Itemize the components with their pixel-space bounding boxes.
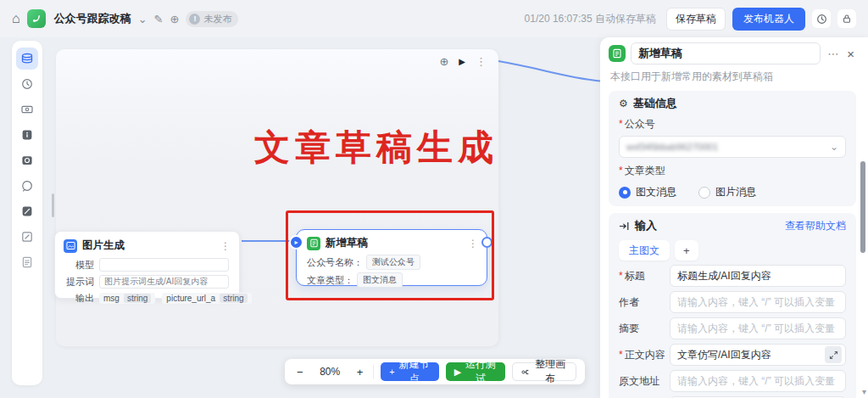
file-lines-icon xyxy=(20,255,34,269)
panel-header: 新增草稿 ⋯ × xyxy=(609,42,856,64)
group-header-actions: ⊕ ▶ ⋮ xyxy=(439,56,487,67)
node-name-input[interactable]: 新增草稿 xyxy=(631,42,821,64)
model-label: 模型 xyxy=(64,259,94,272)
app-logo-icon xyxy=(27,9,46,28)
top-header: ⌂ 公众号跟踪改稿 ⌄ ✎ ⊕ ! 未发布 01/20 16:07:35 自动保… xyxy=(0,0,868,37)
radio-selected-icon xyxy=(619,187,631,199)
node-image-gen-header: 图片生成 ⋮ xyxy=(55,232,239,256)
radio-label: 图文消息 xyxy=(636,185,676,199)
content-input[interactable]: 文章仿写/AI回复内容 xyxy=(670,344,846,366)
header-left: ⌂ 公众号跟踪改稿 ⌄ ✎ ⊕ ! 未发布 xyxy=(0,9,238,28)
left-sidebar xyxy=(12,41,42,385)
input-port-icon[interactable]: ▸ xyxy=(289,235,303,249)
required-mark: * xyxy=(619,349,623,361)
clock-icon xyxy=(20,77,34,91)
tidy-canvas-button[interactable]: 整理画布 xyxy=(512,362,576,381)
tab-main-article[interactable]: 主图文 xyxy=(619,240,670,261)
history-button[interactable] xyxy=(812,9,831,28)
banknote-icon xyxy=(20,103,34,116)
group-run-icon[interactable]: ▶ xyxy=(459,58,465,66)
expand-button[interactable] xyxy=(825,346,842,363)
lock-button[interactable] xyxy=(837,9,856,28)
basic-info-header: ⚙ 基础信息 xyxy=(619,96,846,111)
toolbar-divider xyxy=(373,365,374,378)
model-input[interactable] xyxy=(99,258,229,272)
account-field-label: *公众号 xyxy=(619,117,846,132)
digest-input[interactable]: 请输入内容，键入 “/” 可以插入变量 xyxy=(670,317,846,339)
sidebar-item-workflow[interactable] xyxy=(16,48,38,70)
help-doc-link[interactable]: 查看帮助文档 xyxy=(785,219,846,233)
group-collapse-icon[interactable]: ⊕ xyxy=(439,56,448,67)
group-more-icon[interactable]: ⋮ xyxy=(476,56,487,67)
account-label: 公众号名称： xyxy=(307,256,363,269)
node-image-gen[interactable]: 图片生成 ⋮ 模型 提示词 图片提示词生成/AI回复内容 输出 msg xyxy=(54,231,240,299)
field-label-text: 正文内容 xyxy=(625,349,665,361)
plus-icon: + xyxy=(389,367,394,377)
radio-text-message[interactable]: 图文消息 xyxy=(619,185,676,199)
article-type-row: 文章类型： 图文消息 xyxy=(297,272,487,288)
sidebar-item-chat[interactable] xyxy=(16,175,38,197)
node-config-panel: 新增草稿 ⋯ × 本接口用于新增常用的素材到草稿箱 ⚙ 基础信息 *公众号 wx… xyxy=(600,37,868,398)
radio-image-message[interactable]: 图片消息 xyxy=(698,185,756,199)
sidebar-item-history[interactable] xyxy=(16,73,38,95)
field-row-content: *正文内容 文章仿写/AI回复内容 xyxy=(619,344,846,366)
sidebar-item-docs[interactable] xyxy=(16,251,38,273)
publish-bot-button[interactable]: 发布机器人 xyxy=(732,8,805,31)
workflow-stack-icon xyxy=(20,52,34,65)
sidebar-item-media[interactable] xyxy=(16,149,38,171)
chevron-down-icon[interactable]: ⌄ xyxy=(138,13,147,25)
field-row-source-url: 原文地址 请输入内容，键入 “/” 可以插入变量 xyxy=(619,370,846,392)
add-tab-button[interactable]: + xyxy=(675,240,698,261)
sidebar-item-feedback[interactable] xyxy=(16,200,38,222)
tidy-canvas-label: 整理画布 xyxy=(534,357,567,386)
sidebar-item-billing[interactable] xyxy=(16,98,38,121)
field-placeholder: 请输入内容，键入 “/” 可以插入变量 xyxy=(677,322,842,336)
home-icon[interactable]: ⌂ xyxy=(12,11,20,26)
draft-icon xyxy=(307,237,320,250)
node-more-icon[interactable]: ⋮ xyxy=(468,238,478,249)
sidebar-item-notes[interactable] xyxy=(16,226,38,248)
field-label: 摘要 xyxy=(619,317,670,339)
zoom-out-button[interactable]: − xyxy=(293,366,307,378)
workflow-canvas[interactable]: ⊕ ▶ ⋮ 文章草稿生成 图片生成 ⋮ 模型 xyxy=(47,37,600,398)
author-input[interactable]: 请输入内容，键入 “/” 可以插入变量 xyxy=(670,291,846,313)
new-node-label: 新建节点 xyxy=(398,357,431,386)
node-more-icon[interactable]: ⋮ xyxy=(220,240,231,252)
prompt-input[interactable]: 图片提示词生成/AI回复内容 xyxy=(99,275,229,289)
title-input[interactable]: 标题生成/AI回复内容 xyxy=(670,265,846,287)
field-row-author: 作者 请输入内容，键入 “/” 可以插入变量 xyxy=(619,291,846,313)
output-label: 输出 xyxy=(64,292,94,305)
input-section-header: 输入 查看帮助文档 xyxy=(619,218,846,233)
scroll-down-icon[interactable]: ▾ xyxy=(862,387,866,396)
add-icon[interactable]: ⊕ xyxy=(170,13,179,25)
canvas-scrollbar-thumb[interactable] xyxy=(52,193,54,217)
edit-square-icon xyxy=(20,230,34,244)
run-test-button[interactable]: ▶ 运行测试 xyxy=(446,362,505,381)
radio-label: 图片消息 xyxy=(715,185,756,199)
required-mark: * xyxy=(619,118,623,130)
workflow-title: 公众号跟踪改稿 xyxy=(54,11,131,26)
output-port-icon[interactable] xyxy=(481,237,492,248)
save-draft-button[interactable]: 保存草稿 xyxy=(666,8,726,31)
source-url-input[interactable]: 请输入内容，键入 “/” 可以插入变量 xyxy=(670,370,846,392)
sidebar-item-info[interactable] xyxy=(16,124,38,146)
field-row-digest: 摘要 请输入内容，键入 “/” 可以插入变量 xyxy=(619,317,846,339)
info-square-icon xyxy=(20,128,34,142)
output-chips: msg string picture_url_a string xyxy=(99,293,252,304)
panel-more-icon[interactable]: ⋯ xyxy=(826,48,840,60)
field-label: *标题 xyxy=(619,265,670,287)
new-node-button[interactable]: + 新建节点 xyxy=(381,362,439,381)
required-mark: * xyxy=(619,270,623,282)
panel-scrollbar-thumb[interactable] xyxy=(860,161,865,253)
play-icon: ▶ xyxy=(454,367,461,377)
input-section-title: 输入 xyxy=(635,218,780,233)
account-select[interactable]: wxf345bbab96270001 ⌄ xyxy=(619,136,846,158)
zoom-in-button[interactable]: + xyxy=(353,366,367,378)
input-arrow-icon xyxy=(619,221,630,232)
node-title: 图片生成 xyxy=(82,238,215,253)
node-add-draft[interactable]: ▸ 新增草稿 ⋮ 公众号名称： 测试公众号 文章类型： 图文消息 xyxy=(296,229,487,286)
close-icon[interactable]: × xyxy=(845,47,856,61)
field-placeholder: 请输入内容，键入 “/” 可以插入变量 xyxy=(677,374,842,389)
output-type: string xyxy=(124,294,151,303)
rename-pencil-icon[interactable]: ✎ xyxy=(154,13,164,25)
